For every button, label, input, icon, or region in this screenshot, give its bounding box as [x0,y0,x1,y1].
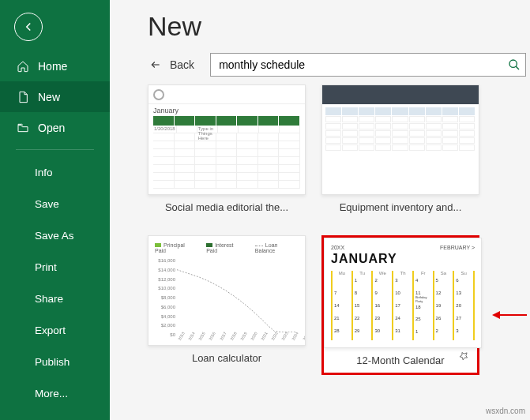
template-loan-calculator[interactable]: Principal Paid Interest Paid Loan Balanc… [148,235,306,375]
nav-label: Home [38,60,67,73]
main-panel: New Back January 1/20/2018Type in Things… [110,0,530,420]
back-button[interactable] [14,13,43,41]
bar-chart: $16,000$14,000$12,000$10,000$8,000$6,000… [177,258,295,337]
nav-label: Open [38,122,65,134]
template-label: Loan calculator [148,346,306,370]
home-icon [16,59,30,73]
template-label: Social media editorial the... [148,195,306,219]
search-input[interactable] [210,53,526,77]
document-icon [16,90,30,104]
template-12-month-calendar[interactable]: 20XX FEBRUARY > JANUARY Mo7142128Tu18152… [321,235,479,375]
nav-new[interactable]: New [0,81,110,112]
backstage-sidebar: Home New Open Info Save Save As Print Sh… [0,0,110,420]
nav-export[interactable]: Export [0,314,110,346]
template-label: Equipment inventory and... [321,195,479,219]
svg-marker-2 [492,311,500,319]
template-thumbnail: January 1/20/2018Type in Things Here [148,84,306,195]
search-button[interactable] [502,53,526,77]
nav-home[interactable]: Home [0,51,110,81]
page-title: New [110,0,530,48]
calendar-month: JANUARY [331,252,475,266]
nav-info[interactable]: Info [0,156,110,188]
nav-save[interactable]: Save [0,188,110,219]
topbar: Back [110,48,530,84]
thumb-month: January [148,104,305,114]
pin-button[interactable] [458,351,469,365]
arrow-left-icon [148,59,164,70]
back-link[interactable]: Back [148,58,194,71]
watermark: wsxdn.com [486,407,525,415]
nav-open[interactable]: Open [0,112,110,143]
chart-legend: Principal Paid Interest Paid Loan Balanc… [155,242,299,253]
folder-open-icon [16,121,30,135]
back-label: Back [170,58,194,71]
pin-icon [458,351,469,362]
nav-save-as[interactable]: Save As [0,219,110,251]
nav-share[interactable]: Share [0,283,110,314]
calendar-year: 20XX [331,245,344,250]
calendar-grid: Mo7142128Tu18152229We29162330Th310172431… [331,271,475,340]
separator [16,149,94,150]
search-box [210,53,526,77]
template-equipment-inventory[interactable]: Equipment inventory and... [321,84,479,219]
search-icon [508,58,521,71]
template-thumbnail: Principal Paid Interest Paid Loan Balanc… [148,235,306,346]
template-thumbnail: 20XX FEBRUARY > JANUARY Mo7142128Tu18152… [324,238,482,348]
nav-more[interactable]: More... [0,377,110,409]
nav-label: New [38,91,60,103]
nav-print[interactable]: Print [0,251,110,283]
template-thumbnail [321,84,479,195]
svg-point-0 [509,60,517,67]
arrow-left-icon [21,20,36,34]
nav-publish[interactable]: Publish [0,346,110,377]
annotation-arrow-icon [492,309,528,321]
template-social-media[interactable]: January 1/20/2018Type in Things Here Soc… [148,84,306,219]
calendar-next: FEBRUARY > [440,245,475,250]
template-grid: January 1/20/2018Type in Things Here Soc… [110,84,530,375]
template-label: 12-Month Calendar [324,348,477,373]
